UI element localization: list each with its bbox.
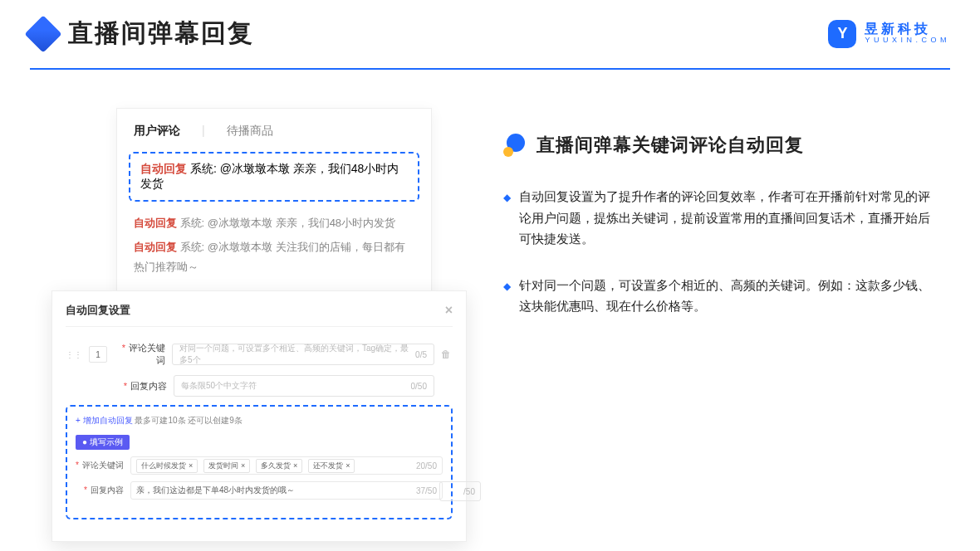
field-label-reply: *回复内容 (115, 380, 167, 393)
keyword-input[interactable]: 对同一个问题，可设置多个相近、高频的关键词，Tag确定，最多5个 0/5 (172, 344, 434, 365)
example-keyword-row: *评论关键词 什么时候发货× 发货时间× 多久发货× 还不发货× 20/50 (76, 456, 443, 475)
row-index: 1 (89, 346, 107, 363)
page-title: 直播间弹幕回复 (68, 17, 254, 51)
bullet-1-text: 自动回复设置为了提升作者的评论回复效率，作者可在开播前针对常见的评论用户问题，提… (519, 186, 937, 250)
diamond-bullet-icon: ◆ (503, 189, 511, 250)
header: 直播间弹幕回复 Y 昱新科技 YUUXIN.COM (30, 17, 950, 51)
auto-reply-tag: 自动回复 (134, 241, 177, 253)
field-label-keyword: *评论关键词 (114, 342, 165, 367)
brand-en: YUUXIN.COM (865, 37, 950, 44)
brand-text: 昱新科技 YUUXIN.COM (865, 22, 950, 44)
add-line: + 增加自动回复 最多可建10条 还可以创建9条 (76, 415, 443, 427)
keyword-chip[interactable]: 多久发货× (256, 459, 302, 473)
add-hint: 最多可建10条 还可以创建9条 (133, 416, 243, 425)
right-column: 直播间弹幕关键词评论自动回复 ◆ 自动回复设置为了提升作者的评论回复效率，作者可… (503, 133, 937, 342)
example-keyword-box[interactable]: 什么时候发货× 发货时间× 多久发货× 还不发货× 20/50 (130, 456, 443, 475)
keyword-chip[interactable]: 还不发货× (308, 459, 355, 473)
ex-label: *回复内容 (76, 485, 124, 496)
auto-reply-tag: 自动回复 (140, 162, 187, 175)
footer-count: /50 (463, 487, 475, 496)
bullet-2-text: 针对同一个问题，可设置多个相近的、高频的关键词。例如：这款多少钱、这块能优惠吗、… (519, 275, 937, 317)
reply-placeholder: 每条限50个中文字符 (181, 380, 257, 392)
add-auto-reply-link[interactable]: + 增加自动回复 (76, 416, 133, 425)
left-column: 用户评论 | 待播商品 自动回复 系统: @冰墩墩本墩 亲亲，我们48小时内发货… (51, 108, 483, 531)
keyword-chip[interactable]: 发货时间× (203, 459, 250, 473)
bullet-1: ◆ 自动回复设置为了提升作者的评论回复效率，作者可在开播前针对常见的评论用户问题… (503, 186, 937, 250)
settings-header: 自动回复设置 × (66, 303, 453, 327)
section-title: 直播间弹幕关键词评论自动回复 (503, 133, 937, 158)
title-wrap: 直播间弹幕回复 (30, 17, 254, 51)
drag-handle-icon[interactable]: ⋮⋮ (66, 350, 82, 359)
brand-logo-icon: Y (828, 20, 856, 48)
trash-icon[interactable]: 🗑 (441, 349, 453, 360)
tab-pending-products[interactable]: 待播商品 (227, 124, 273, 139)
tab-divider: | (202, 124, 205, 139)
example-area: + 增加自动回复 最多可建10条 还可以创建9条 ● 填写示例 *评论关键词 什… (66, 405, 453, 519)
footer-count-box: /50 (439, 481, 481, 501)
auto-reply-tag: 自动回复 (134, 217, 177, 229)
form-row-reply: *回复内容 每条限50个中文字符 0/50 (66, 375, 453, 397)
highlighted-comment: 自动回复 系统: @冰墩墩本墩 亲亲，我们48小时内发货 (129, 152, 419, 202)
cube-icon (24, 15, 61, 52)
keyword-placeholder: 对同一个问题，可设置多个相近、高频的关键词，Tag确定，最多5个 (179, 343, 415, 366)
settings-title: 自动回复设置 (66, 303, 130, 318)
example-reply-row: *回复内容 亲，我们这边都是下单48小时内发货的哦～ 37/50 (76, 481, 443, 500)
form-row-keyword: ⋮⋮ 1 *评论关键词 对同一个问题，可设置多个相近、高频的关键词，Tag确定，… (66, 342, 453, 367)
reply-count: 0/50 (411, 382, 427, 391)
brand-cn: 昱新科技 (865, 22, 950, 37)
close-icon[interactable]: × (445, 303, 453, 318)
overlap-dots-icon (503, 134, 527, 157)
comment-text: 系统: @冰墩墩本墩 亲亲，我们48小时内发货 (177, 217, 395, 229)
example-reply-box[interactable]: 亲，我们这边都是下单48小时内发货的哦～ 37/50 (130, 481, 443, 500)
tab-user-comments[interactable]: 用户评论 (134, 124, 180, 139)
diamond-bullet-icon: ◆ (503, 278, 511, 317)
ex-label: *评论关键词 (76, 460, 124, 471)
reply-input[interactable]: 每条限50个中文字符 0/50 (174, 375, 434, 397)
ex-count: 37/50 (416, 486, 437, 495)
keyword-count: 0/5 (415, 350, 427, 359)
ex-reply-text: 亲，我们这边都是下单48小时内发货的哦～ (136, 485, 295, 496)
keyword-chip[interactable]: 什么时候发货× (136, 459, 198, 473)
comment-row: 自动回复 系统: @冰墩墩本墩 关注我们的店铺，每日都有热门推荐呦～ (134, 237, 414, 276)
header-rule (30, 68, 950, 70)
ex-count: 20/50 (416, 461, 437, 471)
settings-card: 自动回复设置 × ⋮⋮ 1 *评论关键词 对同一个问题，可设置多个相近、高频的关… (51, 290, 467, 542)
brand: Y 昱新科技 YUUXIN.COM (828, 20, 950, 48)
comment-card: 用户评论 | 待播商品 自动回复 系统: @冰墩墩本墩 亲亲，我们48小时内发货… (116, 108, 432, 312)
tabs: 用户评论 | 待播商品 (134, 124, 414, 139)
section-title-text: 直播间弹幕关键词评论自动回复 (537, 133, 804, 158)
example-pill: ● 填写示例 (76, 435, 130, 450)
bullet-2: ◆ 针对同一个问题，可设置多个相近的、高频的关键词。例如：这款多少钱、这块能优惠… (503, 275, 937, 317)
comment-row: 自动回复 系统: @冰墩墩本墩 亲亲，我们48小时内发货 (134, 213, 414, 232)
